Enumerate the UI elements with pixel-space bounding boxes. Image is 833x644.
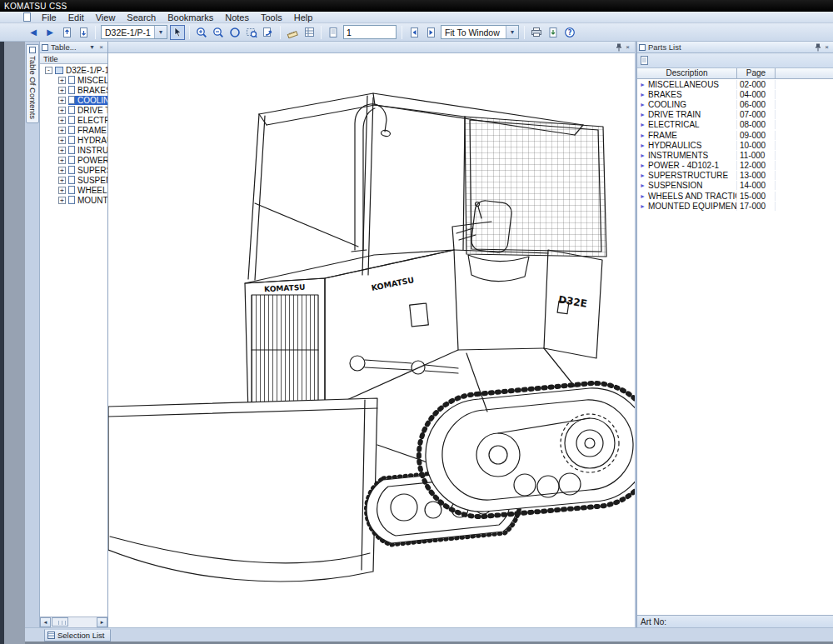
back-button[interactable]: ◀ (26, 25, 41, 40)
collapse-icon[interactable]: - (45, 67, 52, 74)
previous-page-button[interactable] (407, 25, 421, 40)
measure-button[interactable] (285, 25, 300, 40)
model-selector[interactable]: D32E-1/P-1 ▾ (101, 25, 167, 39)
menu-search[interactable]: Search (121, 12, 162, 23)
column-header-filler (776, 68, 833, 79)
toc-item-frame[interactable]: + FRAME (40, 125, 107, 135)
toc-item-hydraulics[interactable]: + HYDRAU (40, 135, 107, 145)
tab-table-of-contents[interactable]: Table Of Contents (26, 44, 39, 123)
zoom-full-button[interactable] (227, 25, 242, 40)
go-to-link-button[interactable] (261, 25, 276, 40)
menu-tools[interactable]: Tools (255, 12, 288, 23)
scroll-left-icon[interactable]: ◄ (40, 617, 51, 627)
menu-file[interactable]: File (36, 12, 62, 23)
expand-icon[interactable]: + (58, 147, 66, 154)
part-page: 14-000 (737, 181, 776, 190)
expand-icon[interactable]: + (58, 87, 66, 94)
toc-item-miscellaneous[interactable]: + MISCELL (40, 75, 107, 85)
pin-icon[interactable] (614, 42, 623, 52)
toc-item-power[interactable]: + POWER (40, 155, 107, 165)
toc-item-drive-train[interactable]: + DRIVE T (40, 105, 107, 115)
scrollbar-track[interactable] (51, 617, 97, 627)
document-icon (68, 196, 75, 204)
parts-row-brakes[interactable]: ►BRAKES04-000 (637, 89, 833, 99)
expand-icon[interactable]: + (58, 167, 66, 174)
grid-view-button[interactable] (302, 25, 317, 40)
toc-item-mounted[interactable]: + MOUNT (40, 195, 107, 205)
parts-row-drive-train[interactable]: ►DRIVE TRAIN07-000 (637, 110, 833, 120)
column-header-description[interactable]: Description (637, 68, 737, 79)
print-button[interactable] (529, 25, 544, 40)
scroll-right-icon[interactable]: ► (97, 617, 107, 627)
tab-selection-list[interactable]: Selection List (44, 629, 111, 642)
menu-view[interactable]: View (90, 12, 122, 23)
expand-icon[interactable]: + (58, 197, 66, 204)
link-arrow-icon: ► (637, 182, 648, 188)
toc-root-item[interactable]: - D32E-1/P-1 (40, 65, 107, 75)
expand-icon[interactable]: + (58, 77, 66, 84)
toc-item-wheels[interactable]: + WHEELS (40, 185, 107, 195)
toc-item-suspension[interactable]: + SUSPEN (40, 175, 107, 185)
chevron-down-icon[interactable]: ▾ (506, 26, 518, 38)
parts-row-hydraulics[interactable]: ►HYDRAULICS10-000 (637, 140, 833, 150)
zoom-out-button[interactable] (211, 25, 226, 40)
zoom-in-button[interactable] (194, 25, 209, 40)
menu-edit[interactable]: Edit (62, 12, 90, 23)
close-icon[interactable]: × (97, 42, 106, 52)
hood-brand-label: KOMATSU (371, 275, 415, 292)
close-icon[interactable]: × (623, 42, 632, 52)
pin-icon[interactable] (813, 42, 822, 52)
help-icon: ? (564, 27, 576, 38)
parts-row-mounted-equipment[interactable]: ►MOUNTED EQUIPMENT17-000 (637, 201, 833, 211)
scrollbar-thumb[interactable] (52, 617, 68, 627)
expand-icon[interactable]: + (58, 107, 66, 114)
parts-row-instruments[interactable]: ►INSTRUMENTS11-000 (637, 150, 833, 160)
next-view-button[interactable] (76, 25, 91, 40)
zoom-mode-selector[interactable]: Fit To Window ▾ (441, 25, 519, 39)
forward-button[interactable]: ▶ (42, 25, 57, 40)
part-description: FRAME (648, 131, 737, 140)
expand-icon[interactable]: + (58, 177, 66, 184)
part-page: 10-000 (737, 141, 776, 150)
menu-help[interactable]: Help (288, 12, 319, 23)
parts-row-superstructure[interactable]: ►SUPERSTRUCTURE13-000 (637, 171, 833, 181)
parts-row-power[interactable]: ►POWER - 4D102-112-000 (637, 161, 833, 171)
next-page-button[interactable] (423, 25, 438, 40)
expand-icon[interactable]: + (58, 137, 66, 144)
parts-row-suspension[interactable]: ►SUSPENSION14-000 (637, 181, 833, 191)
zoom-window-button[interactable] (244, 25, 259, 40)
menu-notes[interactable]: Notes (219, 12, 255, 23)
page-number-input[interactable] (343, 25, 397, 39)
close-icon[interactable]: × (822, 42, 831, 52)
toc-item-electrical[interactable]: + ELECTR (40, 115, 107, 125)
parts-row-electrical[interactable]: ►ELECTRICAL08-000 (637, 120, 833, 130)
toc-item-superstructure[interactable]: + SUPERS (40, 165, 107, 175)
drawing-canvas[interactable]: KOMATSU KOMATSU D32E (108, 53, 635, 627)
parts-grid-header: Description Page (637, 68, 833, 79)
previous-page-icon (409, 27, 420, 38)
export-button[interactable] (546, 25, 561, 40)
parts-row-wheels-traction[interactable]: ►WHEELS AND TRACTION15-000 (637, 191, 833, 201)
column-header-page[interactable]: Page (737, 68, 776, 79)
expand-icon[interactable]: + (58, 127, 66, 134)
zoom-window-icon (246, 27, 257, 38)
parts-row-frame[interactable]: ►FRAME09-000 (637, 130, 833, 140)
toc-item-cooling-selected[interactable]: + COOLIN (40, 95, 107, 105)
parts-row-cooling[interactable]: ►COOLING06-000 (637, 99, 833, 109)
menu-bookmarks[interactable]: Bookmarks (162, 12, 219, 23)
help-button[interactable]: ? (562, 25, 577, 40)
previous-view-button[interactable] (59, 25, 74, 40)
toc-item-brakes[interactable]: + BRAKES (40, 85, 107, 95)
toc-item-instruments[interactable]: + INSTRU (40, 145, 107, 155)
expand-icon[interactable]: + (58, 117, 66, 124)
expand-icon[interactable]: + (58, 187, 66, 194)
document-icon[interactable] (640, 55, 649, 66)
expand-icon[interactable]: + (58, 97, 66, 104)
chevron-down-icon[interactable]: ▾ (154, 26, 167, 38)
parts-row-miscellaneous[interactable]: ►MISCELLANEOUS02-000 (637, 79, 833, 89)
toc-horizontal-scrollbar[interactable]: ◄ ► (40, 617, 107, 627)
expand-icon[interactable]: + (58, 157, 66, 164)
select-tool-button[interactable] (170, 25, 185, 40)
chevron-down-icon[interactable]: ▾ (87, 42, 97, 52)
page-icon-button[interactable] (326, 25, 341, 40)
